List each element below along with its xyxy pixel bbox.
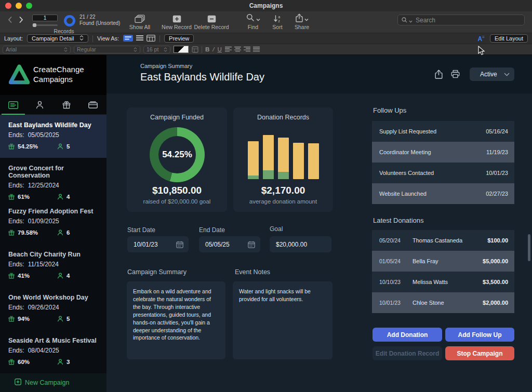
person-icon: [57, 273, 63, 279]
formatting-bar-toggle-icon[interactable]: A≡: [478, 35, 485, 43]
campaign-list-item[interactable]: One World Workshop Day Ends:09/26/2024 9…: [0, 287, 107, 330]
table-view-button[interactable]: [147, 35, 155, 43]
tab-payments[interactable]: [79, 95, 106, 115]
end-date-input[interactable]: 05/05/25: [199, 236, 260, 252]
summary-textarea[interactable]: Embark on a wild adventure and celebrate…: [127, 281, 225, 359]
stop-campaign-button[interactable]: Stop Campaign: [445, 346, 514, 360]
share-icon: [296, 13, 303, 24]
follow-ups-list: Supply List Requested05/16/24 Coordinato…: [372, 121, 514, 204]
align-justify-button[interactable]: [253, 45, 260, 54]
detail-header: Campaign Summary East Baylands Wildlife …: [107, 55, 532, 93]
campaign-list-item[interactable]: Fuzzy Friend Adoption Fest Ends:01/09/20…: [0, 201, 107, 244]
campaign-list-item[interactable]: Seaside Art & Music Festival Ends:08/04/…: [0, 330, 107, 373]
record-slider-thumb[interactable]: [33, 23, 36, 27]
search-scope-chevron-icon[interactable]: [409, 16, 413, 25]
gift-icon: [8, 194, 15, 200]
campaign-list-item-selected[interactable]: East Baylands Wildlife Day Ends:05/05/20…: [0, 115, 107, 158]
preview-button[interactable]: Preview: [164, 34, 194, 43]
delete-record-button[interactable]: Delete Record: [191, 14, 232, 30]
bold-button[interactable]: B: [205, 46, 209, 52]
add-follow-up-button[interactable]: Add Follow Up: [445, 328, 514, 342]
follow-up-row[interactable]: Volunteers Contacted10/01/23: [372, 163, 514, 183]
list-view-button[interactable]: [136, 35, 144, 42]
new-campaign-button[interactable]: New Campaign: [0, 373, 107, 392]
follow-up-row[interactable]: Website Launched02/27/23: [372, 183, 514, 204]
underline-button[interactable]: U: [218, 46, 222, 52]
donation-row[interactable]: 10/01/23 Chloe Stone $2,000.00: [372, 292, 514, 313]
align-center-button[interactable]: [234, 45, 241, 54]
tab-campaign-list[interactable]: [0, 95, 26, 115]
next-record-button[interactable]: [19, 16, 24, 25]
fill-color-swatch[interactable]: [174, 46, 189, 53]
export-share-icon[interactable]: [435, 70, 443, 81]
show-all-button[interactable]: Show All: [123, 14, 156, 30]
person-icon: [57, 229, 63, 236]
found-set-pie-icon[interactable]: [64, 15, 75, 26]
search-input[interactable]: Search: [397, 15, 525, 25]
layout-select[interactable]: Campaign Detail: [27, 34, 88, 43]
scrollbar-thumb[interactable]: [528, 234, 530, 261]
new-record-button[interactable]: New Record: [158, 14, 195, 30]
campaign-funded-card: Campaign Funded 54.25% $10,850.00 raised…: [127, 107, 227, 212]
start-date-input[interactable]: 10/01/23: [127, 236, 189, 252]
goal-input[interactable]: $20,000.00: [270, 236, 331, 252]
share-button[interactable]: Share: [289, 14, 315, 30]
campaign-list-item[interactable]: Beach City Charity Run Ends:11/15/2024 4…: [0, 244, 107, 287]
edit-donation-record-button[interactable]: Edit Donation Record: [373, 346, 442, 360]
form-view-button[interactable]: [123, 35, 133, 43]
person-icon: [36, 101, 44, 109]
donation-row[interactable]: 01/05/24 Bella Fray $5,000.00: [372, 251, 514, 272]
find-button[interactable]: Find: [240, 14, 266, 30]
sort-button[interactable]: az Sort: [266, 14, 289, 30]
follow-up-row[interactable]: Coordinator Meeting11/19/23: [372, 142, 514, 163]
campaign-list-item[interactable]: Grove Concert for Conservation Ends:12/2…: [0, 158, 107, 201]
calendar-icon[interactable]: [248, 241, 255, 248]
brand-name: CreateChange Campaigns: [33, 64, 84, 84]
funded-subtitle: raised of $20,000.00 goal: [127, 198, 227, 205]
window-title: Campaigns: [0, 2, 532, 9]
calendar-icon[interactable]: [176, 241, 183, 248]
donation-bar: [308, 143, 319, 179]
align-right-button[interactable]: [244, 45, 250, 54]
tab-contacts[interactable]: [26, 95, 53, 115]
person-icon: [57, 194, 63, 200]
svg-text:a: a: [278, 15, 281, 19]
gift-icon: [8, 229, 15, 236]
gift-icon: [62, 101, 71, 109]
ends-label: Ends:: [8, 131, 24, 139]
end-date-label: End Date: [199, 226, 225, 234]
svg-text:z: z: [278, 19, 280, 23]
gift-icon: [8, 273, 15, 279]
ends-label: Ends:: [8, 347, 24, 354]
gift-icon: [8, 143, 15, 150]
previous-record-button[interactable]: [7, 16, 12, 25]
share-menu-chevron-icon[interactable]: [304, 14, 309, 23]
notes-textarea[interactable]: Water and light snacks will be provided …: [233, 281, 332, 359]
follow-ups-title: Follow Ups: [373, 106, 406, 114]
paint-format-icon[interactable]: [192, 46, 198, 53]
font-style-select[interactable]: Regular: [74, 46, 140, 53]
find-menu-chevron-icon[interactable]: [256, 14, 260, 23]
ends-label: Ends:: [8, 304, 24, 311]
tab-donations[interactable]: [53, 95, 79, 115]
donation-bar: [278, 138, 289, 179]
font-size-select[interactable]: 16 pt: [143, 46, 170, 53]
brand-block: CreateChange Campaigns: [0, 55, 107, 95]
card-stack-icon: [88, 101, 98, 109]
goal-label: Goal: [270, 225, 283, 233]
edit-layout-button[interactable]: Edit Layout: [490, 34, 528, 43]
average-donation-label: average donation amount: [233, 198, 333, 205]
average-donation-amount: $2,170.00: [233, 185, 333, 196]
latest-donations-title: Latest Donations: [373, 217, 424, 224]
follow-up-row[interactable]: Supply List Requested05/16/24: [372, 121, 514, 142]
align-left-button[interactable]: [225, 45, 232, 54]
font-family-select[interactable]: Arial: [3, 46, 71, 53]
donation-row[interactable]: 10/10/23 Melissa Watts $3,500.00: [372, 272, 514, 292]
print-icon[interactable]: [451, 70, 460, 80]
italic-button[interactable]: /: [212, 46, 214, 52]
add-donation-button[interactable]: Add Donation: [373, 328, 442, 342]
donation-row[interactable]: 05/20/24 Thomas Castaneda $100.00: [372, 230, 514, 251]
status-select[interactable]: Active: [470, 67, 514, 81]
current-record-input[interactable]: 1: [32, 15, 58, 21]
record-slider[interactable]: [32, 23, 58, 27]
